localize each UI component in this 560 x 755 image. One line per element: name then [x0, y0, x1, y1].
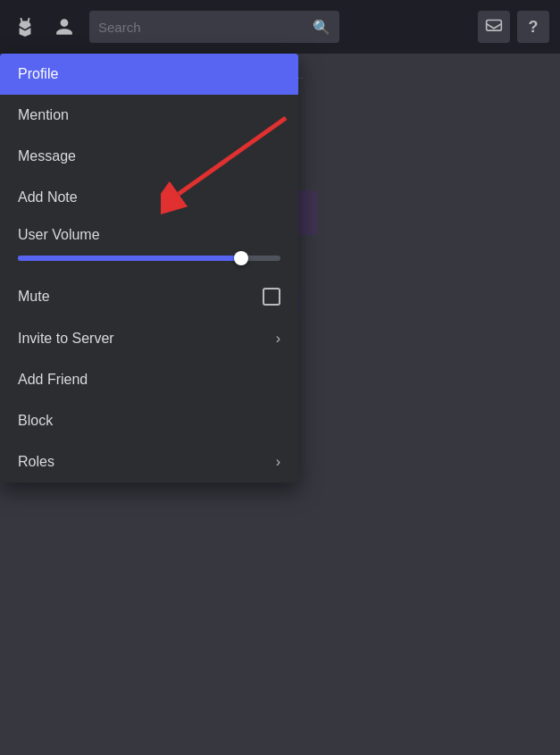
- slider-fill: [18, 256, 241, 261]
- menu-item-add-note[interactable]: Add Note: [0, 177, 298, 218]
- search-bar[interactable]: 🔍: [89, 11, 339, 43]
- help-icon-button[interactable]: ?: [517, 11, 549, 43]
- menu-item-block[interactable]: Block: [0, 400, 298, 441]
- menu-item-mute[interactable]: Mute: [0, 275, 298, 318]
- volume-slider[interactable]: [18, 256, 280, 261]
- menu-label-message: Message: [18, 148, 280, 164]
- chevron-right-icon-invite: ›: [276, 331, 280, 347]
- menu-label-mute: Mute: [18, 289, 263, 305]
- menu-item-add-friend[interactable]: Add Friend: [0, 359, 298, 400]
- context-menu: Profile Mention Message Add Note User Vo…: [0, 54, 298, 482]
- menu-item-message[interactable]: Message: [0, 136, 298, 177]
- top-bar-right-icons: ?: [478, 11, 549, 43]
- menu-item-invite-to-server[interactable]: Invite to Server ›: [0, 318, 298, 359]
- slider-thumb: [234, 251, 248, 265]
- menu-item-roles[interactable]: Roles ›: [0, 441, 298, 482]
- menu-item-profile[interactable]: Profile: [0, 54, 298, 95]
- menu-item-mention[interactable]: Mention: [0, 95, 298, 136]
- menu-label-invite-to-server: Invite to Server: [18, 331, 276, 347]
- menu-label-add-friend: Add Friend: [18, 372, 280, 388]
- top-bar: 🔍 ?: [0, 0, 560, 54]
- menu-label-block: Block: [18, 413, 280, 429]
- menu-label-add-note: Add Note: [18, 189, 280, 206]
- search-input[interactable]: [98, 20, 305, 35]
- people-icon[interactable]: [50, 13, 79, 41]
- search-icon: 🔍: [313, 19, 330, 36]
- menu-label-mention: Mention: [18, 107, 280, 123]
- volume-section: User Volume: [0, 218, 298, 275]
- pin-icon[interactable]: [11, 13, 39, 41]
- volume-label: User Volume: [18, 227, 280, 243]
- menu-label-profile: Profile: [18, 66, 280, 82]
- question-mark: ?: [529, 18, 539, 37]
- inbox-icon-button[interactable]: [478, 11, 510, 43]
- mute-checkbox[interactable]: [263, 288, 280, 306]
- menu-label-roles: Roles: [18, 454, 276, 470]
- chevron-right-icon-roles: ›: [276, 454, 280, 470]
